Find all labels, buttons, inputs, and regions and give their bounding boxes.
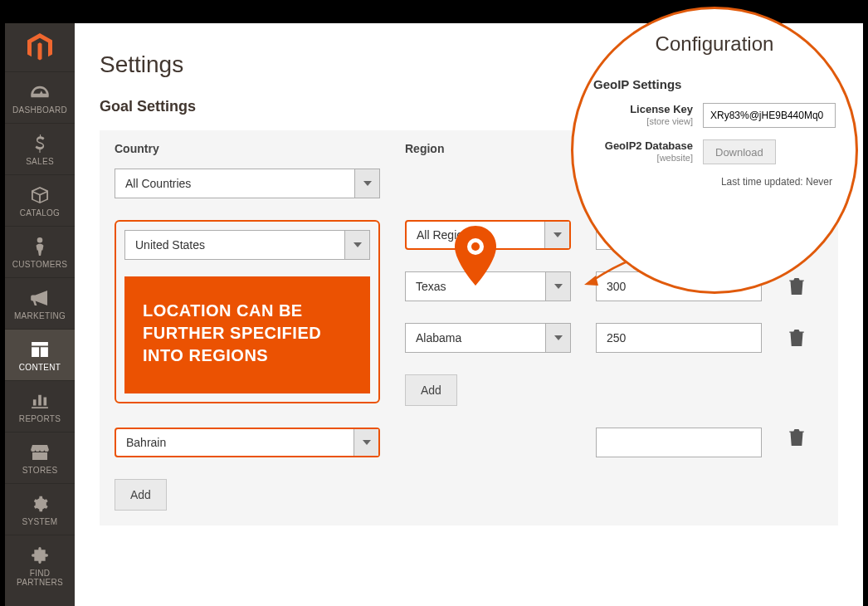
region-row: Alabama: [405, 323, 823, 353]
chevron-down-icon: [545, 272, 570, 301]
sidebar-item-reports[interactable]: REPORTS: [5, 380, 75, 432]
bar-chart-icon: [8, 391, 71, 411]
header-country: Country: [115, 142, 380, 155]
dollar-icon: [8, 134, 71, 154]
download-button[interactable]: Download: [703, 139, 776, 164]
goal-input[interactable]: [596, 323, 762, 353]
sidebar-item-label: DASHBOARD: [8, 105, 71, 115]
sidebar-item-dashboard[interactable]: DASHBOARD: [5, 71, 75, 123]
map-pin-icon: [453, 226, 498, 289]
sidebar-item-label: SALES: [8, 157, 71, 166]
sidebar-item-label: STORES: [8, 466, 71, 475]
person-icon: [8, 237, 71, 257]
delete-row-button[interactable]: [787, 328, 807, 348]
region-select-value: Texas: [416, 280, 446, 293]
add-country-button[interactable]: Add: [115, 479, 167, 511]
region-select[interactable]: Alabama: [405, 323, 571, 353]
config-label: GeoIP2 Database [website]: [593, 139, 693, 164]
country-select-value: United States: [135, 238, 205, 252]
country-select[interactable]: All Countries: [115, 169, 380, 198]
sidebar-item-label: FIND PARTNERS: [8, 569, 71, 587]
chevron-down-icon: [344, 231, 369, 259]
sidebar-item-label: SYSTEM: [8, 517, 71, 526]
config-title: Configuration: [588, 32, 841, 56]
sidebar-item-marketing[interactable]: MARKETING: [5, 277, 75, 329]
sidebar-item-content[interactable]: CONTENT: [5, 329, 75, 380]
megaphone-icon: [8, 288, 71, 308]
config-label: License Key [store view]: [593, 103, 693, 128]
sidebar-item-label: CATALOG: [8, 208, 71, 217]
country-select-value: All Countries: [125, 177, 191, 190]
config-note: Last time updated: Never: [588, 176, 841, 188]
config-row-db: GeoIP2 Database [website] Download: [588, 139, 841, 164]
box-icon: [8, 185, 71, 205]
sidebar-item-system[interactable]: SYSTEM: [5, 483, 75, 535]
admin-sidebar: DASHBOARD SALES CATALOG CUSTOMERS MARKET…: [5, 23, 75, 606]
license-key-input[interactable]: [703, 103, 836, 128]
country-select-value: Bahrain: [126, 436, 166, 449]
chevron-down-icon: [354, 429, 378, 456]
scope-label: [website]: [593, 153, 693, 164]
chevron-down-icon: [354, 169, 379, 198]
country-select[interactable]: United States: [124, 230, 370, 260]
sidebar-item-stores[interactable]: STORES: [5, 432, 75, 483]
goal-input[interactable]: [596, 428, 762, 457]
delete-row-button[interactable]: [787, 276, 807, 296]
puzzle-icon: [8, 545, 71, 565]
country-highlight-block: United States LOCATION CAN BE FURTHER SP…: [115, 220, 380, 403]
svg-point-1: [471, 242, 480, 251]
annotation-callout: LOCATION CAN BE FURTHER SPECIFIED INTO R…: [124, 276, 370, 393]
region-select-value: Alabama: [416, 331, 461, 345]
row-bahrain: Bahrain: [115, 428, 823, 457]
config-row-license: License Key [store view]: [588, 103, 841, 128]
sidebar-item-catalog[interactable]: CATALOG: [5, 174, 75, 226]
country-select[interactable]: Bahrain: [115, 428, 380, 457]
scope-label: [store view]: [593, 116, 693, 128]
sidebar-item-label: MARKETING: [8, 311, 71, 320]
layout-icon: [8, 340, 71, 359]
sidebar-item-sales[interactable]: SALES: [5, 123, 75, 174]
sidebar-item-partners[interactable]: FIND PARTNERS: [5, 535, 75, 595]
sidebar-item-label: CUSTOMERS: [8, 260, 71, 269]
gauge-icon: [8, 82, 71, 102]
sidebar-item-label: CONTENT: [8, 363, 71, 372]
config-callout-bubble: Configuration GeoIP Settings License Key…: [571, 7, 858, 294]
chevron-down-icon: [545, 324, 570, 352]
sidebar-item-label: REPORTS: [8, 414, 71, 423]
add-region-button[interactable]: Add: [405, 374, 457, 406]
config-section-title: GeoIP Settings: [593, 77, 841, 91]
storefront-icon: [8, 442, 71, 462]
chevron-down-icon: [544, 222, 569, 248]
header-region: Region: [405, 142, 571, 155]
magento-logo: [5, 23, 75, 71]
gear-icon: [8, 494, 71, 514]
delete-row-button[interactable]: [787, 428, 807, 447]
sidebar-item-customers[interactable]: CUSTOMERS: [5, 226, 75, 277]
